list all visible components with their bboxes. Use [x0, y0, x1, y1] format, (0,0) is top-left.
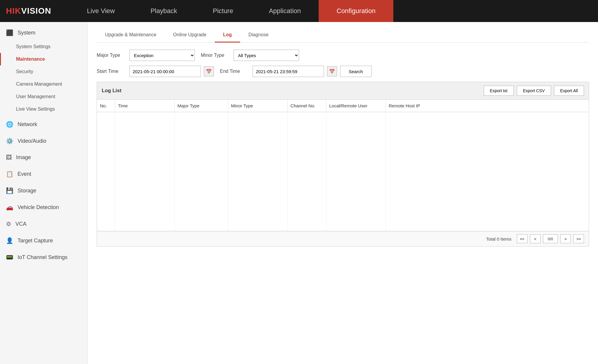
sidebar-item-user-management[interactable]: User Management [0, 90, 87, 103]
pagination-total: Total 0 Items [486, 236, 511, 241]
nav-picture[interactable]: Picture [195, 0, 251, 22]
pagination-page-display: 0/0 [543, 234, 558, 243]
sidebar-header-target-capture[interactable]: 👤 Target Capture [0, 233, 87, 248]
sidebar-header-event[interactable]: 📋 Event [0, 166, 87, 182]
log-list-section: Log List Export txt Export CSV Export Al… [97, 82, 589, 247]
pagination-first-button[interactable]: << [517, 234, 527, 243]
tab-bar: Upgrade & Maintenance Online Upgrade Log… [97, 28, 589, 43]
sidebar-section-vca: ⚙ VCA [0, 216, 87, 232]
end-time-calendar-button[interactable]: 📅 [327, 66, 337, 76]
major-type-label: Major Type [97, 53, 126, 58]
sidebar-header-storage[interactable]: 💾 Storage [0, 183, 87, 198]
start-time-input[interactable] [129, 66, 201, 77]
empty-row [97, 112, 589, 231]
log-list-header: Log List Export txt Export CSV Export Al… [97, 82, 589, 100]
sidebar-header-iot[interactable]: 📟 IoT Channel Settings [0, 250, 87, 265]
sidebar-section-vehicle-detection: 🚗 Vehicle Detection [0, 200, 87, 215]
main-layout: ⬛ System System Settings Maintenance Sec… [0, 22, 598, 364]
sidebar-network-label: Network [18, 121, 37, 128]
sidebar-item-camera-management[interactable]: Camera Management [0, 78, 87, 90]
target-capture-icon: 👤 [6, 237, 13, 244]
export-txt-button[interactable]: Export txt [484, 86, 514, 96]
sidebar-header-vehicle-detection[interactable]: 🚗 Vehicle Detection [0, 200, 87, 215]
sidebar: ⬛ System System Settings Maintenance Sec… [0, 22, 88, 364]
network-icon: 🌐 [6, 121, 13, 128]
col-header-channel: Channel No. [287, 100, 326, 112]
logo-vision: VISION [21, 6, 51, 15]
nav-live-view[interactable]: Live View [69, 0, 133, 22]
sidebar-header-video-audio[interactable]: ⚙️ Video/Audio [0, 133, 87, 149]
nav-configuration[interactable]: Configuration [319, 0, 393, 22]
col-header-no: No. [97, 100, 115, 112]
minor-type-group: Minor Type All Types [201, 50, 299, 61]
tab-diagnose[interactable]: Diagnose [240, 28, 277, 43]
minor-type-label: Minor Type [201, 53, 231, 58]
top-navigation: HIKVISION Live View Playback Picture App… [0, 0, 598, 22]
sidebar-image-label: Image [16, 154, 31, 161]
sidebar-vehicle-detection-label: Vehicle Detection [18, 204, 59, 211]
log-list-title: Log List [102, 88, 121, 94]
video-audio-icon: ⚙️ [6, 137, 13, 145]
sidebar-system-label: System [18, 30, 35, 36]
sidebar-section-target-capture: 👤 Target Capture [0, 233, 87, 248]
tab-log[interactable]: Log [215, 28, 240, 43]
sidebar-video-audio-label: Video/Audio [18, 138, 46, 144]
sidebar-section-system: ⬛ System System Settings Maintenance Sec… [0, 25, 87, 115]
image-icon: 🖼 [6, 154, 12, 161]
sidebar-section-storage: 💾 Storage [0, 183, 87, 198]
sidebar-section-event: 📋 Event [0, 166, 87, 182]
start-time-calendar-button[interactable]: 📅 [204, 66, 214, 76]
pagination-last-button[interactable]: >> [573, 234, 584, 243]
vehicle-detection-icon: 🚗 [6, 204, 13, 211]
sidebar-item-maintenance[interactable]: Maintenance [0, 53, 87, 65]
log-export-actions: Export txt Export CSV Export All [484, 86, 584, 96]
sidebar-header-system[interactable]: ⬛ System [0, 25, 87, 40]
col-header-minor: Minor Type [228, 100, 287, 112]
end-time-input[interactable] [253, 66, 324, 77]
sidebar-event-label: Event [18, 171, 31, 177]
pagination-next-button[interactable]: > [560, 234, 571, 243]
sidebar-header-network[interactable]: 🌐 Network [0, 117, 87, 132]
sidebar-section-video-audio: ⚙️ Video/Audio [0, 133, 87, 149]
event-icon: 📋 [6, 170, 13, 178]
sidebar-item-security[interactable]: Security [0, 65, 87, 78]
nav-application[interactable]: Application [251, 0, 319, 22]
nav-playback[interactable]: Playback [133, 0, 195, 22]
sidebar-vca-label: VCA [15, 221, 26, 227]
end-time-label: End Time [220, 69, 250, 74]
sidebar-item-live-view-settings[interactable]: Live View Settings [0, 103, 87, 115]
storage-icon: 💾 [6, 187, 13, 194]
content-area: Upgrade & Maintenance Online Upgrade Log… [88, 22, 598, 364]
start-time-label: Start Time [97, 69, 126, 74]
sidebar-header-vca[interactable]: ⚙ VCA [0, 216, 87, 232]
sidebar-storage-label: Storage [18, 188, 36, 194]
col-header-ip: Remote Host IP [386, 100, 589, 112]
system-icon: ⬛ [6, 29, 13, 36]
pagination-prev-button[interactable]: < [530, 234, 541, 243]
tab-upgrade-maintenance[interactable]: Upgrade & Maintenance [97, 28, 165, 43]
log-table: No. Time Major Type Minor Type Channel N… [97, 100, 589, 231]
search-button[interactable]: Search [340, 66, 372, 77]
export-all-button[interactable]: Export All [554, 86, 584, 96]
log-table-body [97, 112, 589, 231]
filter-row-1: Major Type Exception All Types Alarm Ope… [97, 50, 589, 61]
export-csv-button[interactable]: Export CSV [517, 86, 551, 96]
logo: HIKVISION [6, 6, 51, 16]
table-footer: Total 0 Items << < 0/0 > >> [97, 231, 589, 246]
sidebar-system-subitems: System Settings Maintenance Security Cam… [0, 40, 87, 115]
tab-online-upgrade[interactable]: Online Upgrade [165, 28, 215, 43]
sidebar-header-image[interactable]: 🖼 Image [0, 150, 87, 165]
start-time-group: Start Time 📅 [97, 66, 214, 77]
filter-row-2: Start Time 📅 End Time 📅 Search [97, 66, 589, 77]
sidebar-item-system-settings[interactable]: System Settings [0, 40, 87, 53]
major-type-group: Major Type Exception All Types Alarm Ope… [97, 50, 195, 61]
col-header-major: Major Type [174, 100, 228, 112]
end-time-group: End Time 📅 Search [220, 66, 372, 77]
sidebar-iot-label: IoT Channel Settings [18, 254, 68, 261]
minor-type-select[interactable]: All Types [234, 50, 299, 61]
sidebar-section-iot: 📟 IoT Channel Settings [0, 250, 87, 265]
logo-hik: HIK [6, 6, 21, 15]
nav-items: Live View Playback Picture Application C… [69, 0, 393, 22]
major-type-select[interactable]: Exception All Types Alarm Operation Info… [129, 50, 195, 61]
col-header-time: Time [115, 100, 174, 112]
